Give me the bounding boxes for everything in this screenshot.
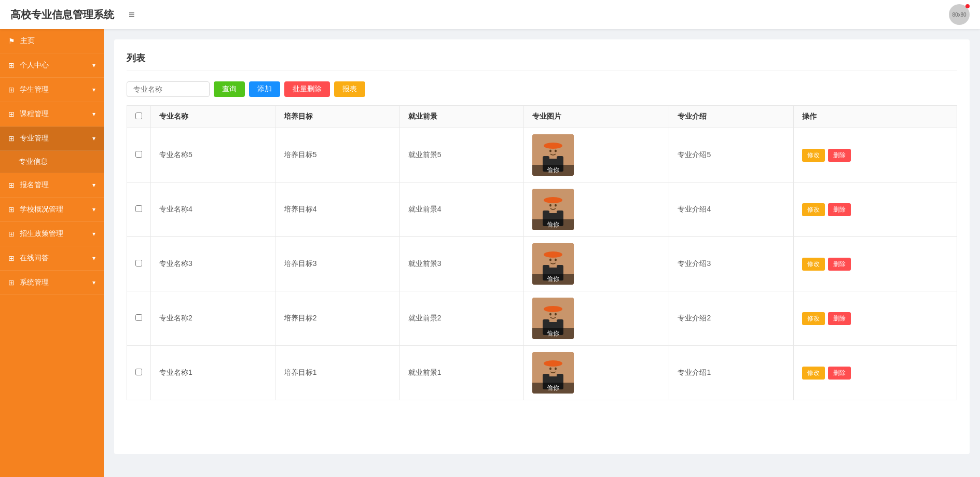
sidebar-sub-item-major-info[interactable]: 专业信息 [0, 151, 104, 173]
cell-actions: 修改删除 [794, 291, 957, 346]
cell-employment-prospect: 就业前景5 [399, 128, 524, 183]
sidebar-item-profile[interactable]: ⊞个人中心▾ [0, 53, 104, 78]
select-all-checkbox[interactable] [135, 113, 142, 119]
row-checkbox[interactable] [135, 151, 142, 158]
svg-rect-29 [547, 307, 559, 311]
row-checkbox-cell [127, 237, 151, 291]
edit-button[interactable]: 修改 [802, 149, 825, 162]
page-title: 列表 [127, 52, 957, 71]
sidebar-icon-profile: ⊞ [8, 61, 15, 69]
image-label: 偷你 [532, 328, 574, 339]
row-checkbox[interactable] [135, 314, 142, 321]
data-table: 专业名称培养目标就业前景专业图片专业介绍操作 专业名称5培养目标5就业前景5 偷… [127, 105, 957, 400]
cell-actions: 修改删除 [794, 128, 957, 183]
edit-button[interactable]: 修改 [802, 312, 825, 325]
image-label: 偷你 [532, 383, 574, 394]
cell-major-name: 专业名称3 [151, 237, 275, 291]
sidebar-icon-course: ⊞ [8, 110, 15, 118]
avatar[interactable]: 80x80 [949, 4, 970, 25]
svg-point-6 [549, 150, 551, 152]
sidebar-item-school[interactable]: ⊞学校概况管理▾ [0, 198, 104, 222]
row-checkbox-cell [127, 346, 151, 400]
cell-training-target: 培养目标3 [275, 237, 399, 291]
svg-rect-13 [547, 198, 559, 202]
delete-button[interactable]: 删除 [828, 203, 851, 216]
batch-delete-button[interactable]: 批量删除 [284, 81, 330, 97]
cell-training-target: 培养目标4 [275, 183, 399, 237]
table-row: 专业名称3培养目标3就业前景3 偷你 专业介绍3修改删除 [127, 237, 957, 291]
sidebar-item-enroll[interactable]: ⊞报名管理▾ [0, 173, 104, 198]
sidebar-item-home[interactable]: ⚑主页 [0, 29, 104, 53]
row-checkbox[interactable] [135, 369, 142, 375]
edit-button[interactable]: 修改 [802, 258, 825, 271]
table-row: 专业名称1培养目标1就业前景1 偷你 专业介绍1修改删除 [127, 346, 957, 400]
toolbar: 查询 添加 批量删除 报表 [127, 81, 957, 97]
sidebar-item-course[interactable]: ⊞课程管理▾ [0, 102, 104, 127]
sidebar-icon-system: ⊞ [8, 278, 15, 287]
cell-training-target: 培养目标2 [275, 291, 399, 346]
sidebar-item-system[interactable]: ⊞系统管理▾ [0, 271, 104, 295]
cell-major-intro: 专业介绍2 [669, 291, 794, 346]
cell-major-intro: 专业介绍1 [669, 346, 794, 400]
cell-major-name: 专业名称4 [151, 183, 275, 237]
delete-button[interactable]: 删除 [828, 312, 851, 325]
delete-button[interactable]: 删除 [828, 367, 851, 380]
avatar-text: 80x80 [952, 12, 966, 18]
sidebar-item-policy[interactable]: ⊞招生政策管理▾ [0, 222, 104, 246]
cell-major-image: 偷你 [524, 128, 669, 183]
delete-button[interactable]: 删除 [828, 149, 851, 162]
sidebar-item-major[interactable]: ⊞专业管理▾ [0, 127, 104, 151]
table-header-4: 专业介绍 [669, 106, 794, 128]
cell-major-name: 专业名称1 [151, 346, 275, 400]
cell-training-target: 培养目标5 [275, 128, 399, 183]
row-checkbox[interactable] [135, 260, 142, 266]
sidebar-icon-student: ⊞ [8, 86, 15, 94]
chevron-down-icon: ▾ [92, 230, 95, 237]
row-checkbox-cell [127, 128, 151, 183]
cell-employment-prospect: 就业前景3 [399, 237, 524, 291]
table-header-5: 操作 [794, 106, 957, 128]
svg-point-31 [555, 313, 557, 316]
row-checkbox[interactable] [135, 205, 142, 212]
sidebar-label-system: 系统管理 [20, 278, 49, 287]
report-button[interactable]: 报表 [334, 81, 365, 97]
sidebar-icon-policy: ⊞ [8, 230, 15, 238]
row-checkbox-cell [127, 291, 151, 346]
major-image-placeholder: 偷你 [532, 352, 574, 394]
major-image-placeholder: 偷你 [532, 298, 574, 339]
svg-point-23 [555, 259, 557, 261]
chevron-down-icon: ▾ [92, 86, 95, 93]
svg-point-38 [549, 368, 551, 370]
sidebar-icon-enroll: ⊞ [8, 181, 15, 189]
sidebar-item-qa[interactable]: ⊞在线问答▾ [0, 246, 104, 271]
table-header-3: 专业图片 [524, 106, 669, 128]
sidebar-label-profile: 个人中心 [20, 61, 49, 70]
edit-button[interactable]: 修改 [802, 367, 825, 380]
cell-major-image: 偷你 [524, 237, 669, 291]
delete-button[interactable]: 删除 [828, 258, 851, 271]
svg-point-7 [555, 150, 557, 152]
cell-major-name: 专业名称5 [151, 128, 275, 183]
sidebar-item-student[interactable]: ⊞学生管理▾ [0, 78, 104, 102]
sidebar-icon-school: ⊞ [8, 205, 15, 214]
sidebar-label-home: 主页 [20, 36, 35, 46]
image-label: 偷你 [532, 274, 574, 285]
sidebar-label-qa: 在线问答 [20, 254, 49, 263]
cell-major-image: 偷你 [524, 346, 669, 400]
search-button[interactable]: 查询 [214, 81, 245, 97]
chevron-down-icon: ▾ [92, 110, 95, 118]
menu-icon[interactable]: ≡ [125, 7, 139, 23]
cell-major-image: 偷你 [524, 291, 669, 346]
major-image-placeholder: 偷你 [532, 189, 574, 230]
cell-actions: 修改删除 [794, 237, 957, 291]
header-checkbox-col [127, 106, 151, 128]
edit-button[interactable]: 修改 [802, 203, 825, 216]
sidebar-icon-home: ⚑ [8, 37, 15, 45]
image-label: 偷你 [532, 219, 574, 230]
sidebar-label-major: 专业管理 [20, 134, 49, 143]
table-header-2: 就业前景 [399, 106, 524, 128]
image-label: 偷你 [532, 165, 574, 176]
header: 高校专业信息管理系统 ≡ 80x80 [0, 0, 980, 29]
add-button[interactable]: 添加 [249, 81, 280, 97]
search-input[interactable] [127, 81, 210, 97]
